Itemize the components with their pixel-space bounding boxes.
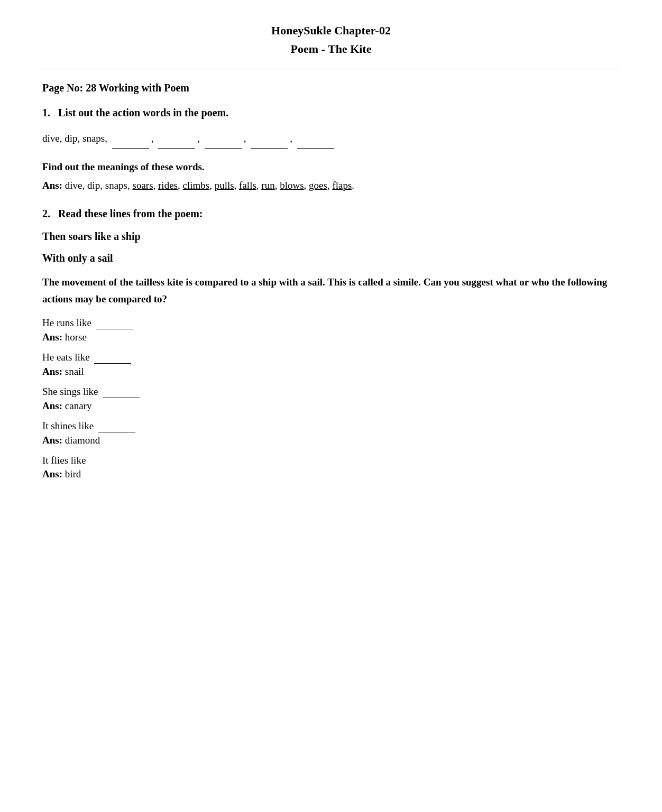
page-number: Page No: 28 Working with Poem <box>42 82 620 94</box>
ans-label-1: Ans: <box>42 180 62 191</box>
simile-q-5: It flies like <box>42 455 620 466</box>
word-blows: blows <box>280 180 304 191</box>
simile-q-2: He eats like <box>42 352 620 364</box>
ans-value-s3: canary <box>65 400 92 411</box>
poem-line-2: With only a sail <box>42 252 620 264</box>
simile-blank-1 <box>96 317 133 329</box>
simile-q-1: He runs like <box>42 317 620 329</box>
word-flaps: flaps <box>332 180 352 191</box>
chapter-title: HoneySukle Chapter-02 <box>42 21 620 40</box>
simile-ans-1: Ans: horse <box>42 331 620 343</box>
simile-item-4: It shines like Ans: diamond <box>42 420 620 446</box>
simile-item-1: He runs like Ans: horse <box>42 317 620 343</box>
simile-blank-4 <box>98 420 135 432</box>
poem-title: Poem - The Kite <box>42 40 620 58</box>
q2-text: Read these lines from the poem: <box>58 208 203 219</box>
ans-value-s4: diamond <box>65 435 100 446</box>
word-pulls: pulls <box>215 180 234 191</box>
word-falls: falls <box>239 180 256 191</box>
simile-blank-3 <box>103 386 140 398</box>
simile-blank-2 <box>94 352 131 364</box>
poem-line-1: Then soars like a ship <box>42 230 620 243</box>
ans-label-s3: Ans: <box>42 400 62 411</box>
blank-5 <box>297 130 334 148</box>
question-1: 1. List out the action words in the poem… <box>42 107 620 119</box>
simile-ans-3: Ans: canary <box>42 400 620 412</box>
header-divider <box>42 69 620 69</box>
simile-ans-2: Ans: snail <box>42 366 620 377</box>
simile-q-3: She sings like <box>42 386 620 398</box>
blank-1 <box>112 130 149 148</box>
simile-ans-4: Ans: diamond <box>42 435 620 446</box>
word-soars: soars <box>132 180 153 191</box>
word-run: run <box>261 180 274 191</box>
simile-item-2: He eats like Ans: snail <box>42 352 620 377</box>
blank-3 <box>205 130 242 148</box>
ans-value-s2: snail <box>65 366 84 377</box>
blank-2 <box>158 130 195 148</box>
page-header: HoneySukle Chapter-02 Poem - The Kite <box>42 21 620 58</box>
ans-label-s2: Ans: <box>42 366 62 377</box>
q1-text: List out the action words in the poem. <box>58 107 228 118</box>
ans-value-s5: bird <box>65 468 81 479</box>
word-climbs: climbs <box>182 180 209 191</box>
word-rides: rides <box>158 180 178 191</box>
q1-number: 1. <box>42 107 50 118</box>
answer-1: Ans: dive, dip, snaps, soars, rides, cli… <box>42 176 620 195</box>
fill-prefix: dive, dip, snaps, <box>42 133 107 144</box>
simile-ans-5: Ans: bird <box>42 468 620 480</box>
q2-number: 2. <box>42 208 50 219</box>
simile-description: The movement of the tailless kite is com… <box>42 274 620 308</box>
ans-label-s1: Ans: <box>42 331 62 343</box>
find-meanings-label: Find out the meanings of these words. <box>42 161 620 173</box>
simile-q-4: It shines like <box>42 420 620 432</box>
blank-4 <box>251 130 288 148</box>
ans-value-s1: horse <box>65 331 87 343</box>
fill-blanks-line: dive, dip, snaps, , , , , <box>42 130 620 148</box>
ans-label-s4: Ans: <box>42 435 62 446</box>
simile-item-5: It flies like Ans: bird <box>42 455 620 480</box>
question-2: 2. Read these lines from the poem: <box>42 208 620 220</box>
ans-label-s5: Ans: <box>42 468 62 479</box>
word-goes: goes <box>309 180 327 191</box>
simile-item-3: She sings like Ans: canary <box>42 386 620 412</box>
